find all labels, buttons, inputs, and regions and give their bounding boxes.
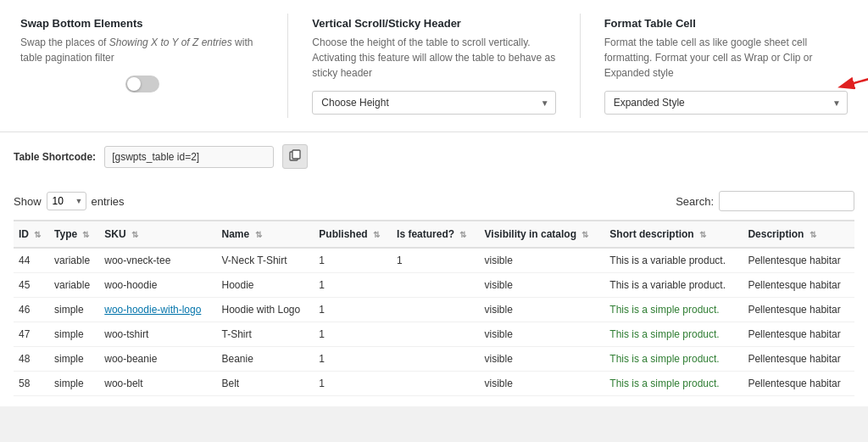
table-row: 45 variable woo-hoodie Hoodie 1 visible … [14,273,854,298]
show-label: Show [14,195,42,208]
cell-featured [392,273,479,298]
cell-featured [392,347,479,372]
cell-short-desc: This is a simple product. [604,298,743,322]
cell-name: Hoodie with Logo [216,298,314,322]
entries-label: entries [92,195,125,208]
cell-type: variable [49,248,99,273]
search-input[interactable] [719,191,854,211]
table-body: 44 variable woo-vneck-tee V-Neck T-Shirt… [14,248,854,396]
cell-id: 46 [14,298,49,322]
search-label: Search: [676,195,714,208]
table-row: 58 simple woo-belt Belt 1 visible This i… [14,372,854,396]
cell-description: Pellentesque habitar [743,347,854,372]
cell-id: 45 [14,273,49,298]
main-container: Swap Bottom Elements Swap the places of … [0,0,868,406]
sort-id-icon: ⇅ [34,230,41,239]
col-short-desc[interactable]: Short description ⇅ [604,221,743,248]
cell-featured [392,322,479,347]
shortcode-section: Table Shortcode: [0,132,868,181]
cell-visibility: visible [480,322,605,347]
col-featured[interactable]: Is featured? ⇅ [392,221,479,248]
table-row: 44 variable woo-vneck-tee V-Neck T-Shirt… [14,248,854,273]
cell-sku: woo-vneck-tee [99,248,216,273]
cell-id: 44 [14,248,49,273]
col-id[interactable]: ID ⇅ [14,221,49,248]
vertical-scroll-desc: Choose the height of the table to scroll… [312,35,555,81]
col-sku[interactable]: SKU ⇅ [99,221,216,248]
cell-type: simple [49,298,99,322]
col-published[interactable]: Published ⇅ [314,221,392,248]
data-table: ID ⇅ Type ⇅ SKU ⇅ Name ⇅ Published ⇅ Is … [14,220,854,396]
table-header: ID ⇅ Type ⇅ SKU ⇅ Name ⇅ Published ⇅ Is … [14,221,854,248]
divider-2 [580,14,581,118]
cell-description: Pellentesque habitar [743,248,854,273]
sort-type-icon: ⇅ [82,230,89,239]
toggle-wrap [20,76,264,92]
cell-type: variable [49,273,99,298]
format-table-cell-title: Format Table Cell [604,17,848,30]
swap-toggle[interactable] [125,76,159,92]
format-table-cell-desc: Format the table cell as like google she… [604,35,848,81]
divider-1 [287,14,288,118]
cell-sku: woo-hoodie [99,273,216,298]
cell-sku: woo-tshirt [99,322,216,347]
table-row: 46 simple woo-hoodie-with-logo Hoodie wi… [14,298,854,322]
cell-type: simple [49,347,99,372]
col-description[interactable]: Description ⇅ [743,221,854,248]
cell-id: 58 [14,372,49,396]
sort-featured-icon: ⇅ [459,230,466,239]
cell-short-desc: This is a variable product. [604,273,743,298]
format-style-select-wrap: Wrap Style Clip Style Expanded Style [604,91,848,115]
cell-published: 1 [314,248,392,273]
cell-description: Pellentesque habitar [743,372,854,396]
cell-published: 1 [314,273,392,298]
cell-featured [392,298,479,322]
swap-bottom-title: Swap Bottom Elements [20,17,264,30]
settings-row: Swap Bottom Elements Swap the places of … [0,0,868,132]
format-style-select[interactable]: Wrap Style Clip Style Expanded Style [604,91,848,115]
cell-published: 1 [314,298,392,322]
cell-short-desc: This is a simple product. [604,372,743,396]
shortcode-label: Table Shortcode: [14,151,96,163]
entries-select-wrap: 10 25 50 100 [47,192,86,210]
table-controls: Show 10 25 50 100 entries Search: [14,191,854,211]
cell-description: Pellentesque habitar [743,273,854,298]
copy-button[interactable] [282,144,308,169]
swap-bottom-desc: Swap the places of Showing X to Y of Z e… [20,35,264,65]
sort-visibility-icon: ⇅ [581,230,588,239]
table-section: Show 10 25 50 100 entries Search: [0,181,868,406]
height-select-wrap: Choose Height [312,91,555,115]
cell-visibility: visible [480,273,605,298]
cell-type: simple [49,372,99,396]
entries-select[interactable]: 10 25 50 100 [47,192,86,210]
cell-name: T-Shirt [216,322,314,347]
height-select[interactable]: Choose Height [312,91,555,115]
cell-name: V-Neck T-Shirt [216,248,314,273]
cell-featured: 1 [392,248,479,273]
shortcode-input[interactable] [104,146,274,168]
copy-icon [289,149,301,161]
header-row: ID ⇅ Type ⇅ SKU ⇅ Name ⇅ Published ⇅ Is … [14,221,854,248]
sort-published-icon: ⇅ [373,230,380,239]
col-visibility[interactable]: Visibility in catalog ⇅ [480,221,605,248]
cell-visibility: visible [480,298,605,322]
cell-featured [392,372,479,396]
cell-id: 47 [14,322,49,347]
format-table-cell-card: Format Table Cell Format the table cell … [598,14,854,118]
cell-sku[interactable]: woo-hoodie-with-logo [99,298,216,322]
table-row: 48 simple woo-beanie Beanie 1 visible Th… [14,347,854,372]
col-name[interactable]: Name ⇅ [216,221,314,248]
cell-short-desc: This is a simple product. [604,347,743,372]
shortcode-row: Table Shortcode: [14,144,854,169]
svg-rect-3 [292,150,300,159]
cell-visibility: visible [480,347,605,372]
cell-short-desc: This is a simple product. [604,322,743,347]
cell-description: Pellentesque habitar [743,298,854,322]
cell-name: Beanie [216,347,314,372]
cell-published: 1 [314,322,392,347]
cell-name: Belt [216,372,314,396]
col-type[interactable]: Type ⇅ [49,221,99,248]
cell-published: 1 [314,372,392,396]
cell-name: Hoodie [216,273,314,298]
cell-description: Pellentesque habitar [743,322,854,347]
